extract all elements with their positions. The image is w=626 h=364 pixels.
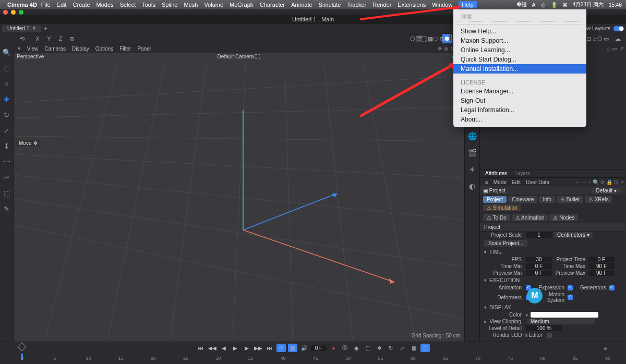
attr-menu-edit[interactable]: Edit — [512, 179, 521, 185]
toggle-icon[interactable] — [613, 26, 624, 31]
record-icon[interactable]: ● — [329, 344, 338, 352]
menu-mograph[interactable]: MoGraph — [230, 2, 254, 8]
view-clipping-select[interactable]: Medium — [527, 319, 595, 324]
om-layout-icon[interactable]: ▭ — [612, 45, 617, 52]
preview-min-input[interactable]: 0 F — [526, 270, 552, 276]
menu-create[interactable]: Create — [73, 2, 90, 8]
cloud-icon[interactable]: ☁ — [613, 34, 622, 43]
move-tool-icon[interactable]: ✥ — [2, 94, 11, 104]
next-frame-icon[interactable]: ▶ — [242, 344, 251, 352]
menu-item-sign-out[interactable]: Sign-Out — [453, 96, 586, 105]
menubar-date[interactable]: 4月23日 周六 — [573, 1, 604, 8]
menu-item-online-learning[interactable]: Online Learning... — [453, 45, 586, 55]
scale-project-button[interactable]: Scale Project... — [484, 240, 527, 247]
goto-end-icon[interactable]: ⏭ — [265, 344, 274, 352]
axis-y-toggle[interactable]: Y — [44, 34, 54, 43]
globe-icon[interactable]: 🌐 — [467, 131, 477, 141]
menu-item-license-manager[interactable]: License Manager... — [453, 87, 586, 96]
pill-nodes[interactable]: ⚠ Nodes — [549, 214, 578, 221]
hamburger-icon[interactable]: ≡ — [18, 46, 21, 52]
pill-bullet[interactable]: ⚠ Bullet — [557, 196, 583, 203]
nav-up-icon[interactable]: ↑ — [588, 179, 591, 185]
menu-select[interactable]: Select — [120, 2, 136, 8]
nav-back-icon[interactable]: ← — [575, 179, 580, 185]
menu-extensions[interactable]: Extensions — [398, 2, 426, 8]
menu-character[interactable]: Character — [260, 2, 285, 8]
prev-frame-icon[interactable]: ◀ — [219, 344, 228, 352]
search-icon[interactable]: 🔍 — [2, 47, 11, 57]
hamburger-icon[interactable]: ≡ — [485, 179, 488, 185]
knife-tool-icon[interactable]: ✂ — [2, 173, 11, 182]
pill-todo[interactable]: ⚠ To Do — [483, 214, 510, 221]
project-scale-input[interactable]: 1 — [526, 232, 552, 238]
section-execution[interactable]: ▸EXECUTION — [480, 276, 626, 284]
tab-attributes[interactable]: Attributes — [485, 171, 507, 176]
keysel-icon[interactable]: ⬚ — [363, 344, 372, 352]
next-key-icon[interactable]: ▶▶ — [254, 344, 263, 352]
spline-tool-icon[interactable]: 〰 — [2, 157, 11, 166]
menu-edit[interactable]: Edit — [57, 2, 67, 8]
preview-max-input[interactable]: 90 F — [588, 270, 615, 276]
menu-item-manual-installation[interactable]: Manual Installation... — [453, 64, 586, 74]
section-time[interactable]: ▸TIME — [480, 248, 626, 256]
axis-z-toggle[interactable]: Z — [56, 34, 65, 43]
place-tool-icon[interactable]: ↧ — [2, 141, 11, 151]
loop-icon[interactable]: ⟳ — [276, 344, 286, 352]
menu-animate[interactable]: Animate — [291, 2, 312, 8]
scale-key-icon[interactable]: ⤢ — [398, 344, 407, 352]
project-scale-unit-select[interactable]: Centimeters ▾ — [554, 232, 593, 238]
rot-key-icon[interactable]: ↻ — [386, 344, 395, 352]
om-home-icon[interactable]: ⌂ — [606, 45, 610, 52]
coord-icon[interactable]: ⧉ — [67, 34, 77, 43]
vp-menu-panel[interactable]: Panel — [137, 46, 151, 52]
scale-tool-icon[interactable]: ⤢ — [2, 126, 11, 135]
render-lod-checkbox[interactable] — [547, 333, 552, 338]
fps-input[interactable]: 30 — [526, 257, 552, 262]
vp-menu-view[interactable]: View — [27, 46, 39, 52]
clapper-icon[interactable]: 🎬 — [414, 34, 424, 43]
generators-checkbox[interactable] — [609, 285, 615, 290]
new-layouts-toggle[interactable]: New Layouts — [580, 26, 624, 31]
battery-icon[interactable]: 🔋 — [551, 2, 557, 8]
select-tool-icon[interactable]: ◌ — [2, 63, 11, 72]
timeline-menu-icon[interactable]: ≡ — [604, 345, 607, 352]
menu-item-legal-info[interactable]: Legal Information... — [453, 105, 586, 115]
pill-animation[interactable]: ⚠ Animation — [512, 214, 548, 221]
menu-tools[interactable]: Tools — [142, 2, 155, 8]
popout-icon[interactable]: ↗ — [620, 179, 624, 185]
viewport-3d[interactable]: Perspective Default Camera ⛶ — [14, 53, 464, 342]
menu-modes[interactable]: Modes — [97, 2, 114, 8]
color-swatch[interactable] — [531, 312, 598, 318]
nav-fwd-icon[interactable]: → — [582, 179, 587, 185]
menu-item-quick-start[interactable]: Quick Start Dialog... — [453, 55, 586, 64]
menu-item-show-help[interactable]: Show Help... — [453, 27, 586, 36]
home-icon[interactable]: ⌂ — [590, 34, 599, 43]
vp-menu-filter[interactable]: Filter — [119, 46, 131, 52]
attr-menu-userdata[interactable]: User Data — [526, 179, 549, 185]
time-max-input[interactable]: 90 F — [588, 263, 615, 269]
lod-input[interactable]: 100 % — [526, 325, 562, 331]
pill-project[interactable]: Project — [483, 196, 507, 203]
project-time-input[interactable]: 0 F — [588, 257, 615, 262]
lock-icon[interactable]: ⟳ — [600, 179, 605, 185]
play-icon[interactable]: ▶ — [231, 344, 240, 352]
sound-icon[interactable]: 🔊 — [299, 344, 309, 352]
timeline-ruler[interactable]: 051015202530354045505560657075808590 — [21, 354, 605, 364]
menu-tracker[interactable]: Tracker — [347, 2, 366, 8]
render-queue-icon[interactable]: ⧉ — [437, 34, 447, 43]
expand-icon[interactable]: ⊡ — [614, 179, 618, 185]
menu-item-about[interactable]: About... — [453, 115, 586, 124]
prev-key-icon[interactable]: ◀◀ — [208, 344, 217, 352]
wifi-icon[interactable]: �證 — [516, 1, 527, 8]
light-icon[interactable]: ☀ — [467, 164, 477, 175]
goto-start-icon[interactable]: ⏮ — [196, 344, 206, 352]
rotate-tool-icon[interactable]: ↻ — [2, 110, 11, 119]
menu-spline[interactable]: Spline — [162, 2, 178, 8]
om-link-icon[interactable]: ↗ — [619, 45, 624, 52]
layout-icon[interactable]: ▭ — [601, 34, 611, 43]
control-center-icon[interactable]: ⌘ — [562, 2, 568, 8]
close-window-button[interactable] — [3, 10, 8, 15]
menu-file[interactable]: File — [41, 2, 51, 8]
motion-system-checkbox[interactable] — [568, 295, 573, 300]
vp-menu-display[interactable]: Display — [72, 46, 89, 52]
